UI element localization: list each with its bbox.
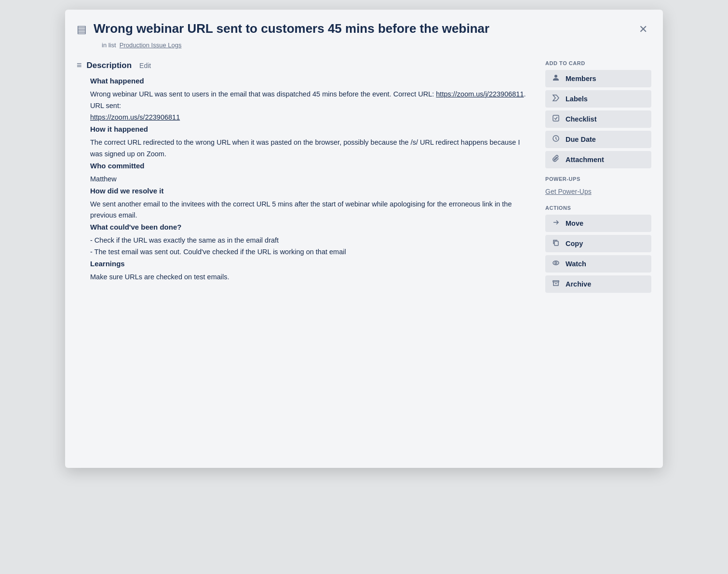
archive-icon	[551, 279, 561, 289]
get-powerups-link[interactable]: Get Power-Ups	[545, 186, 651, 197]
checklist-icon	[551, 114, 561, 124]
desc-text-2: Matthew	[90, 174, 534, 185]
archive-button[interactable]: Archive	[545, 275, 651, 293]
modal-header: ▤ Wrong webinar URL sent to customers 45…	[77, 21, 651, 38]
labels-icon	[551, 94, 561, 104]
card-modal: ▤ Wrong webinar URL sent to customers 45…	[65, 10, 663, 468]
desc-text-0: Wrong webinar URL was sent to users in t…	[90, 89, 534, 123]
desc-section-learnings: Learnings Make sure URLs are checked on …	[90, 258, 534, 283]
description-icon: ≡	[77, 60, 82, 70]
move-icon	[551, 219, 561, 228]
svg-point-3	[553, 261, 559, 265]
watch-label: Watch	[566, 260, 586, 268]
description-header: ≡ Description Edit	[77, 60, 534, 70]
due-date-icon	[551, 135, 561, 144]
svg-point-4	[555, 262, 557, 264]
list-link[interactable]: Production Issue Logs	[120, 41, 182, 49]
edit-link[interactable]: Edit	[139, 62, 151, 69]
desc-section-how-happened: How it happened The correct URL redirect…	[90, 123, 534, 160]
desc-text-3: We sent another email to the invitees wi…	[90, 199, 534, 222]
modal-body: ≡ Description Edit What happened Wrong w…	[77, 60, 651, 296]
card-subtitle: in list Production Issue Logs	[102, 41, 651, 49]
title-area: ▤ Wrong webinar URL sent to customers 45…	[77, 21, 635, 36]
members-button[interactable]: Members	[545, 70, 651, 87]
due-date-button[interactable]: Due Date	[545, 131, 651, 148]
desc-text-1: The correct URL redirected to the wrong …	[90, 137, 534, 160]
desc-section-resolve: How did we resolve it We sent another em…	[90, 185, 534, 222]
attachment-icon	[551, 155, 561, 164]
checklist-button[interactable]: Checklist	[545, 110, 651, 128]
desc-section-couldhave: What could've been done? - Check if the …	[90, 221, 534, 258]
members-icon	[551, 74, 561, 83]
copy-icon	[551, 239, 561, 248]
attachment-button[interactable]: Attachment	[545, 151, 651, 168]
labels-label: Labels	[566, 95, 588, 103]
subtitle-prefix: in list	[102, 41, 116, 49]
desc-heading-1: How it happened	[90, 123, 534, 135]
members-label: Members	[566, 75, 596, 82]
svg-rect-5	[553, 281, 559, 282]
sidebar: ADD TO CARD Members Labels Checklist	[545, 60, 651, 296]
card-type-icon: ▤	[77, 23, 87, 36]
zoom-url-sent[interactable]: https://zoom.us/s/223906811	[90, 113, 180, 121]
move-button[interactable]: Move	[545, 215, 651, 232]
copy-label: Copy	[566, 240, 583, 247]
attachment-label: Attachment	[566, 156, 604, 164]
archive-label: Archive	[566, 280, 591, 288]
add-to-card-label: ADD TO CARD	[545, 60, 651, 66]
due-date-label: Due Date	[566, 136, 596, 143]
svg-rect-2	[554, 241, 558, 246]
description-title: Description	[87, 61, 132, 70]
watch-icon	[551, 259, 561, 269]
desc-heading-5: Learnings	[90, 258, 534, 270]
desc-section-what-happened: What happened Wrong webinar URL was sent…	[90, 75, 534, 123]
close-button[interactable]: ✕	[635, 21, 651, 38]
desc-heading-3: How did we resolve it	[90, 185, 534, 197]
desc-text-4: - Check if the URL was exactly the same …	[90, 235, 534, 258]
desc-heading-0: What happened	[90, 75, 534, 87]
actions-label: ACTIONS	[545, 205, 651, 211]
desc-heading-4: What could've been done?	[90, 221, 534, 233]
move-label: Move	[566, 219, 583, 227]
desc-section-who-committed: Who committed Matthew	[90, 160, 534, 185]
copy-button[interactable]: Copy	[545, 235, 651, 252]
card-title: Wrong webinar URL sent to customers 45 m…	[94, 21, 635, 36]
checklist-label: Checklist	[566, 115, 596, 123]
desc-text-5: Make sure URLs are checked on test email…	[90, 272, 534, 283]
description-body: What happened Wrong webinar URL was sent…	[90, 75, 534, 283]
zoom-url-correct[interactable]: https://zoom.us/j/223906811	[436, 90, 524, 98]
svg-rect-0	[553, 115, 559, 121]
powerups-label: POWER-UPS	[545, 176, 651, 182]
main-content: ≡ Description Edit What happened Wrong w…	[77, 60, 534, 296]
watch-button[interactable]: Watch	[545, 255, 651, 273]
labels-button[interactable]: Labels	[545, 90, 651, 108]
desc-heading-2: Who committed	[90, 160, 534, 172]
